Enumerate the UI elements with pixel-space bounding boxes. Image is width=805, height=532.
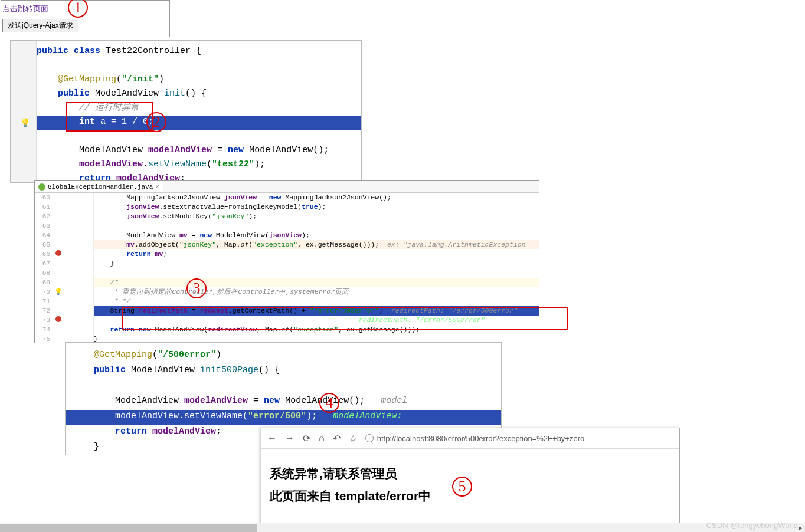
annotation-2: 2 bbox=[146, 112, 166, 132]
editor-tabbar: GlobalExceptionHandler.java × bbox=[35, 181, 539, 193]
annotation-5: 5 bbox=[452, 477, 472, 497]
annotation-3: 3 bbox=[186, 278, 207, 298]
forward-icon[interactable]: → bbox=[285, 433, 294, 444]
editor-tab[interactable]: GlobalExceptionHandler.java × bbox=[35, 181, 163, 192]
address-bar[interactable]: i http://localhost:8080/error/500error?e… bbox=[365, 434, 585, 443]
ide-panel-exception-handler: GlobalExceptionHandler.java × 60 61 62 6… bbox=[34, 180, 539, 343]
error-message-1: 系统异常,请联系管理员 bbox=[270, 465, 671, 482]
browser-window: ← → ⟳ ⌂ ↶ ☆ i http://localhost:8080/erro… bbox=[261, 428, 680, 531]
back-icon[interactable]: ← bbox=[267, 433, 277, 444]
java-file-icon bbox=[38, 183, 45, 191]
horizontal-scrollbar[interactable]: ◀ ▶ bbox=[0, 523, 805, 532]
red-highlight-box-2 bbox=[66, 102, 153, 132]
scrollbar-thumb[interactable] bbox=[0, 524, 257, 532]
tab-label: GlobalExceptionHandler.java bbox=[48, 183, 153, 191]
bulb-icon[interactable]: 💡 bbox=[54, 288, 63, 295]
info-icon[interactable]: i bbox=[365, 434, 374, 442]
star-icon[interactable]: ☆ bbox=[349, 433, 357, 444]
close-icon[interactable]: × bbox=[155, 183, 159, 191]
watermark-text: CSDN @fengyehongWorld bbox=[706, 521, 798, 530]
browser-toolbar: ← → ⟳ ⌂ ↶ ☆ i http://localhost:8080/erro… bbox=[261, 428, 679, 449]
ajax-button[interactable]: 发送jQuery-Ajax请求 bbox=[2, 19, 78, 32]
home-icon[interactable]: ⌂ bbox=[319, 433, 325, 444]
undo-icon[interactable]: ↶ bbox=[333, 433, 341, 444]
red-highlight-box-3 bbox=[122, 307, 568, 330]
breakpoint-icon[interactable] bbox=[55, 316, 61, 322]
code-gutter: 💡 bbox=[11, 41, 37, 182]
breakpoint-icon[interactable] bbox=[55, 250, 61, 256]
annotation-4: 4 bbox=[319, 393, 339, 413]
code-panel-controller: 💡 public class Test22Controller { @GetMa… bbox=[10, 40, 362, 183]
bulb-icon[interactable]: 💡 bbox=[20, 118, 30, 128]
ide-gutter: 60 61 62 63 64 65 66 67 68 69 70💡 71 72 … bbox=[35, 193, 94, 343]
jump-link[interactable]: 点击跳转页面 bbox=[2, 4, 48, 13]
url-text: http://localhost:8080/error/500error?exc… bbox=[377, 434, 585, 443]
reload-icon[interactable]: ⟳ bbox=[303, 433, 310, 444]
